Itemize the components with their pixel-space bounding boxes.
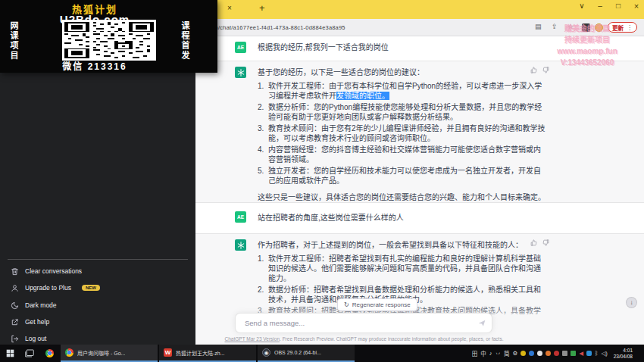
suggestion-list: 1. 软件开发工程师：由于您有本科学位和自学Python的经验，可以考虑进一步深… xyxy=(258,81,555,186)
regenerate-response-button[interactable]: ↻ Regenerate response xyxy=(337,298,417,311)
user-avatar: AE xyxy=(235,42,246,53)
chat-area: AE 根据我的经历,帮我列一下适合我的岗位 基于您的经历，以下是一些适合您的岗位… xyxy=(195,36,644,345)
tray-app-icon[interactable] xyxy=(571,351,576,356)
taskbar-clock[interactable]: 4:01 23/04/08 xyxy=(614,348,633,360)
tray-app-icon[interactable] xyxy=(521,351,526,356)
sidebar-divider xyxy=(8,259,188,260)
window-minimize-button[interactable]: – xyxy=(592,2,608,10)
selected-text: 发领域的职位。 xyxy=(336,92,389,100)
window-close-button[interactable]: × xyxy=(629,2,644,11)
logout-icon xyxy=(11,335,19,343)
tray-chat-icon[interactable] xyxy=(586,351,592,356)
list-number: 5. xyxy=(258,166,268,186)
message-input-box xyxy=(235,313,492,333)
list-item: 3. 教育技术顾问：由于您有2年的少儿编程课讲师经验，并且拥有良好的沟通和教学技… xyxy=(258,123,555,143)
taskbar-app-obs[interactable]: ◉ OBS 29.0.2 (64-bi... xyxy=(258,345,355,362)
obs-icon: ◉ xyxy=(262,348,270,357)
message-input[interactable] xyxy=(243,314,467,332)
ad-right-text: 课程首发 xyxy=(179,21,191,61)
list-text: 软件开发工程师：招聘者希望找到有扎实的编程能力和良好的理解计算机科学基础知识的候… xyxy=(268,254,547,283)
tab-close-icon[interactable]: × xyxy=(227,4,232,12)
assistant-outro: 这些只是一些建议，具体适合您的岗位还需要结合您的兴趣、能力和个人目标来确定。 xyxy=(258,192,555,202)
sidebar-item-log-out[interactable]: Log out xyxy=(6,331,189,346)
translate-icon[interactable]: ▤ xyxy=(535,23,542,30)
system-tray: 田 中 ♪ 丷 简 ⚙ ◀ ᛒ ◁) 4:01 23/04/08 xyxy=(472,345,644,362)
taskbar-app-title: 用户询问咖啡 - Go... xyxy=(77,349,125,357)
sidebar-item-label: Dark mode xyxy=(25,301,57,309)
send-icon[interactable] xyxy=(478,320,486,327)
assistant-message-row: 基于您的经历，以下是一些适合您的岗位的建议： 1. 软件开发工程师：由于您有本科… xyxy=(195,61,644,203)
taskbar-app-title: OBS 29.0.2 (64-bi... xyxy=(274,350,321,355)
chrome-taskbar-icon[interactable] xyxy=(39,345,59,362)
chat-footer: ChatGPT Mar 23 Version. Free Research Pr… xyxy=(195,336,533,342)
chrome-update-button[interactable]: 更新 ⋮ xyxy=(608,22,637,33)
sidebar-item-label: Log out xyxy=(25,335,46,342)
taskbar: 用户询问咖啡 - Go... W 热狐计划王大陆-zh... ◉ OBS 29.… xyxy=(0,345,644,362)
assistant-intro: 基于您的经历，以下是一些适合您的岗位的建议： xyxy=(258,67,555,77)
list-item: 5. 独立开发者：您的自学经历和技术能力可以使您考虑成为一名独立开发者，开发自己… xyxy=(258,166,555,186)
chrome-icon xyxy=(65,348,73,357)
settings-gear-icon[interactable]: ⚙ xyxy=(512,350,517,357)
external-link-icon xyxy=(11,318,19,326)
task-view-button[interactable] xyxy=(20,345,39,362)
sidebar-item-clear-conversations[interactable]: Clear conversations xyxy=(6,264,189,279)
microphone-icon[interactable]: ᛒ xyxy=(595,350,599,357)
ad-left-text: 网课项目 xyxy=(8,21,20,61)
sidebar: Clear conversations Upgrade to Plus NEW … xyxy=(0,36,195,345)
user-message-text: 站在招聘者的角度,这些岗位需要什么样的人 xyxy=(258,213,555,223)
list-text: 软件开发工程师：由于您有本科学位和自学Python的经验，可以考虑进一步深入学习… xyxy=(268,81,547,101)
list-number: 2. xyxy=(258,285,268,304)
tray-app-icon[interactable] xyxy=(537,351,542,356)
tray-mark-icon[interactable]: 丷 xyxy=(495,349,501,357)
ime-chinese-icon[interactable]: 中 xyxy=(480,349,486,357)
ad-wechat-number: 微信 213316 xyxy=(0,59,189,72)
list-text: 独立开发者：您的自学经历和技术能力可以使您考虑成为一名独立开发者，开发自己的应用… xyxy=(268,166,547,186)
tray-media-icon[interactable]: ◀ xyxy=(579,350,583,357)
user-icon xyxy=(11,284,19,292)
list-text: 内容营销经理：您的抖音博主经验和社交媒体营销能力可能使您适合数字营销或内容营销领… xyxy=(268,145,547,164)
window-maximize-button[interactable]: □ xyxy=(611,2,626,10)
tray-app-icon[interactable] xyxy=(562,351,567,356)
list-item: 1. 软件开发工程师：由于您有本科学位和自学Python的经验，可以考虑进一步深… xyxy=(258,81,555,101)
sidebar-item-dark-mode[interactable]: Dark mode xyxy=(6,298,189,313)
sidebar-item-upgrade-to-plus[interactable]: Upgrade to Plus NEW xyxy=(6,280,189,295)
start-button[interactable] xyxy=(0,345,20,362)
tray-app-icon[interactable] xyxy=(546,351,551,356)
regenerate-icon: ↻ xyxy=(344,301,349,308)
speaker-icon[interactable]: ◁) xyxy=(601,350,607,357)
list-item: 4. 内容营销经理：您的抖音博主经验和社交媒体营销能力可能使您适合数字营销或内容… xyxy=(258,145,555,164)
tray-app-icon[interactable] xyxy=(529,351,534,356)
chatgpt-avatar xyxy=(235,239,246,251)
new-tab-icon[interactable]: + xyxy=(259,2,265,14)
tab-search-icon[interactable]: ∨ xyxy=(574,2,589,10)
user-message-text: 根据我的经历,帮我列一下适合我的岗位 xyxy=(258,42,555,52)
sidebar-item-label: Clear conversations xyxy=(25,267,82,275)
bookmark-star-icon[interactable]: ☆ xyxy=(567,23,574,30)
profile-avatar[interactable] xyxy=(595,23,603,32)
list-item: 2. 数据分析师：您的Python编程技能使您能够处理和分析大量数据，并且您的教… xyxy=(258,102,555,122)
new-badge: NEW xyxy=(82,285,100,291)
screen: × + ∨ – □ × chat.openai.com/chat/a1677ee… xyxy=(0,0,644,362)
user-message-row: AE 根据我的经历,帮我列一下适合我的岗位 xyxy=(195,36,644,61)
ime-simplified-icon[interactable]: 简 xyxy=(504,349,510,357)
version-link[interactable]: ChatGPT Mar 23 Version xyxy=(225,336,280,342)
share-icon[interactable]: ⇪ xyxy=(552,23,558,30)
tray-note-icon[interactable]: ♪ xyxy=(489,350,492,357)
wps-icon: W xyxy=(164,348,172,357)
qr-code xyxy=(62,20,156,61)
qr-ad-overlay: 热狐计划 U2Bdo.com 网课项目 课程首发 xyxy=(0,0,217,73)
taskbar-app-chrome-window[interactable]: 用户询问咖啡 - Go... xyxy=(61,345,158,362)
tray-grid-icon[interactable]: 田 xyxy=(472,349,478,357)
kebab-menu-icon[interactable]: ⋮ xyxy=(627,24,633,31)
sidebar-item-label: Upgrade to Plus xyxy=(25,284,71,292)
tray-app-icon[interactable] xyxy=(554,351,559,356)
taskbar-app-wps-document[interactable]: W 热狐计划王大陆-zh... xyxy=(159,345,256,362)
assistant-message-text: 基于您的经历，以下是一些适合您的岗位的建议： 1. 软件开发工程师：由于您有本科… xyxy=(258,67,555,202)
footer-disclaimer: . Free Research Preview. ChatGPT may pro… xyxy=(280,336,503,342)
scroll-to-bottom-button[interactable]: ↓ xyxy=(626,297,637,308)
extension-icon[interactable] xyxy=(582,23,590,32)
sidebar-item-get-help[interactable]: Get help xyxy=(6,314,189,329)
clock-date: 23/04/08 xyxy=(614,354,633,360)
list-text: 教育技术顾问：由于您有2年的少儿编程课讲师经验，并且拥有良好的沟通和教学技能，可… xyxy=(268,123,547,143)
list-item: 1. 软件开发工程师：招聘者希望找到有扎实的编程能力和良好的理解计算机科学基础知… xyxy=(258,254,555,283)
